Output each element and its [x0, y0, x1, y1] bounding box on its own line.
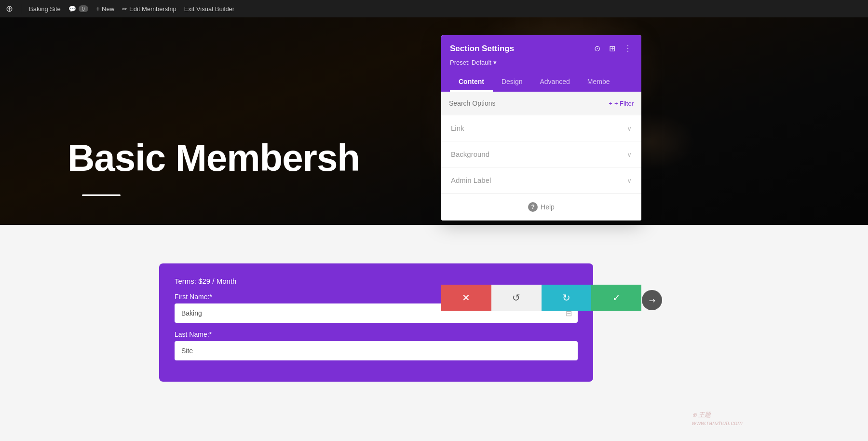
redo-button[interactable]: ↻ — [542, 285, 592, 311]
help-question-icon: ? — [528, 202, 538, 212]
save-icon: ✓ — [612, 292, 621, 303]
membership-form: Terms: $29 / Month First Name:* ⊟ Last N… — [159, 263, 593, 382]
link-accordion-header[interactable]: Link ∨ — [441, 115, 641, 141]
admin-label-accordion: Admin Label ∨ — [441, 167, 641, 193]
search-options-input[interactable] — [449, 97, 609, 109]
search-filter-row: + + Filter — [441, 92, 641, 115]
tab-advanced-label: Advanced — [540, 78, 570, 85]
arrow-fab-button[interactable]: ↗ — [642, 290, 662, 310]
comment-icon: 💬 — [68, 5, 76, 13]
link-accordion: Link ∨ — [441, 115, 641, 141]
cancel-button[interactable]: ✕ — [441, 285, 491, 311]
search-input-wrap — [449, 97, 609, 109]
hero-section: Basic Membersh — [0, 17, 868, 225]
pencil-icon: ✏ — [122, 5, 127, 13]
link-chevron-icon: ∨ — [627, 124, 632, 132]
help-button[interactable]: ? Help — [528, 202, 555, 212]
tab-content[interactable]: Content — [450, 73, 493, 92]
panel-body: + + Filter Link ∨ Background ∨ — [441, 92, 641, 220]
undo-button[interactable]: ↺ — [491, 285, 542, 311]
panel-footer: ? Help — [441, 193, 641, 220]
undo-icon: ↺ — [512, 292, 520, 303]
preset-chevron-icon: ▾ — [493, 59, 497, 66]
admin-label-accordion-header[interactable]: Admin Label ∨ — [441, 167, 641, 193]
cancel-icon: ✕ — [462, 292, 470, 303]
tab-member[interactable]: Membe — [579, 73, 619, 92]
plus-icon: + — [96, 5, 100, 13]
hero-title: Basic Membersh — [68, 139, 360, 177]
content-area: Terms: $29 / Month First Name:* ⊟ Last N… — [0, 225, 868, 441]
filter-label: + Filter — [614, 100, 634, 107]
background-accordion-label: Background — [451, 150, 489, 158]
arrow-icon: ↗ — [647, 295, 658, 306]
comment-number: 0 — [79, 5, 88, 12]
tab-advanced[interactable]: Advanced — [531, 73, 578, 92]
form-terms: Terms: $29 / Month — [175, 277, 578, 285]
last-name-label: Last Name:* — [175, 331, 578, 338]
panel-title-row: Section Settings ⊙ ⊞ ⋮ — [450, 43, 633, 54]
admin-label-accordion-label: Admin Label — [451, 176, 491, 184]
last-name-input[interactable] — [175, 341, 578, 360]
background-chevron-icon: ∨ — [627, 151, 632, 158]
redo-icon: ↻ — [562, 292, 570, 303]
last-name-field-wrap — [175, 341, 578, 360]
panel-tabs: Content Design Advanced Membe — [450, 73, 633, 92]
new-label: New — [102, 5, 114, 13]
tab-design[interactable]: Design — [493, 73, 531, 92]
background-accordion: Background ∨ — [441, 141, 641, 167]
exit-label: Exit Visual Builder — [184, 5, 235, 13]
action-bar: ✕ ↺ ↻ ✓ — [441, 285, 641, 311]
panel-title: Section Settings — [450, 44, 514, 54]
preset-label: Preset: Default — [450, 59, 491, 66]
admin-bar: ⊕ Baking Site 💬 0 + New ✏ Edit Membershi… — [0, 0, 868, 17]
edit-label: Edit Membership — [129, 5, 176, 13]
admin-label-chevron-icon: ∨ — [627, 177, 632, 184]
filter-plus-icon: + — [609, 100, 612, 107]
preset-selector[interactable]: Preset: Default ▾ — [450, 59, 633, 66]
tab-content-label: Content — [459, 78, 484, 85]
hero-slide-indicator — [82, 194, 121, 196]
edit-membership-link[interactable]: ✏ Edit Membership — [122, 5, 176, 13]
filter-button[interactable]: + + Filter — [609, 100, 634, 107]
columns-button[interactable]: ⊞ — [608, 43, 616, 54]
more-options-button[interactable]: ⋮ — [623, 43, 633, 54]
exit-visual-builder-link[interactable]: Exit Visual Builder — [184, 5, 235, 13]
panel-header: Section Settings ⊙ ⊞ ⋮ Preset: Default ▾… — [441, 35, 641, 92]
link-accordion-label: Link — [451, 124, 464, 132]
panel-header-icons: ⊙ ⊞ ⋮ — [593, 43, 633, 54]
background-accordion-header[interactable]: Background ∨ — [441, 141, 641, 167]
save-button[interactable]: ✓ — [591, 285, 641, 311]
tab-member-label: Membe — [587, 78, 610, 85]
hero-overlay — [0, 17, 868, 225]
new-button[interactable]: + New — [96, 5, 114, 13]
focus-mode-button[interactable]: ⊙ — [593, 43, 601, 54]
comment-count[interactable]: 💬 0 — [68, 5, 88, 13]
page-area: Basic Membersh Terms: $29 / Month First … — [0, 17, 868, 441]
site-name[interactable]: Baking Site — [29, 5, 61, 13]
wp-logo-icon[interactable]: ⊕ — [6, 3, 13, 14]
help-label: Help — [541, 203, 555, 211]
section-settings-panel: Section Settings ⊙ ⊞ ⋮ Preset: Default ▾… — [441, 35, 641, 220]
site-name-label: Baking Site — [29, 5, 61, 13]
tab-design-label: Design — [502, 78, 523, 85]
